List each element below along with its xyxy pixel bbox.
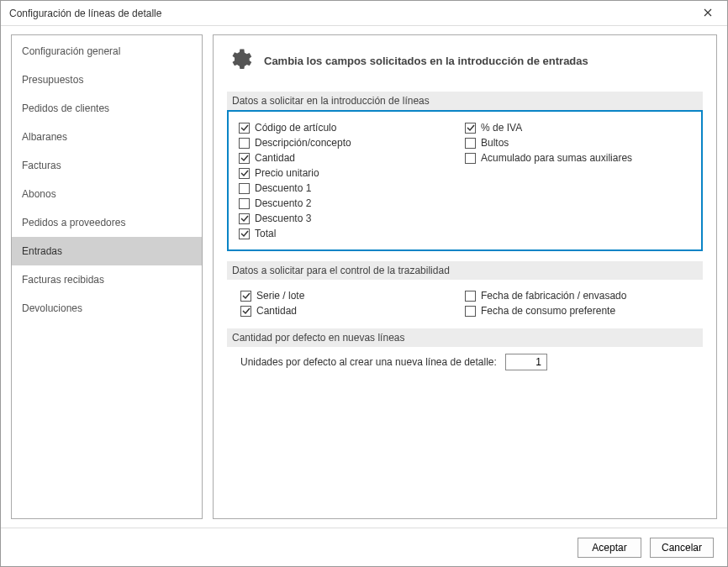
checkbox-label: Descripción/concepto (255, 137, 351, 149)
section1-right-col: % de IVA Bultos Acumulado para sumas aux… (465, 120, 691, 241)
sidebar-item-label: Facturas (22, 160, 61, 171)
checkbox-label: Fecha de fabricación / envasado (481, 290, 626, 302)
sidebar-item-facturas-recibidas[interactable]: Facturas recibidas (12, 265, 202, 294)
sidebar-item-label: Facturas recibidas (22, 274, 104, 286)
section2-left-col: Serie / lote Cantidad (240, 288, 465, 318)
sidebar-item-config-general[interactable]: Configuración general (12, 37, 202, 66)
sidebar-item-presupuestos[interactable]: Presupuestos (12, 66, 202, 94)
checkbox-descuento-2[interactable] (239, 198, 250, 209)
window-title: Configuración de líneas de detalle (9, 8, 695, 19)
checkbox-label: Fecha de consumo preferente (481, 305, 615, 317)
sidebar-item-label: Devoluciones (22, 302, 82, 314)
section2-right-col: Fecha de fabricación / envasado Fecha de… (465, 288, 689, 318)
section-trazabilidad-group: Serie / lote Cantidad Fecha de fabricaci… (227, 280, 703, 322)
default-qty-row: Unidades por defecto al crear una nueva … (227, 347, 703, 374)
checkbox-label: Descuento 3 (255, 213, 311, 224)
dialog-body: Configuración general Presupuestos Pedid… (1, 26, 727, 528)
checkbox-descuento-3[interactable] (239, 213, 250, 224)
checkbox-acumulado[interactable] (465, 153, 476, 164)
dialog-window: Configuración de líneas de detalle Confi… (0, 0, 728, 567)
section-title-cantidad-defecto: Cantidad por defecto en nuevas líneas (227, 328, 703, 347)
checkbox-fecha-fabricacion[interactable] (465, 291, 476, 302)
sidebar-item-label: Albaranes (22, 131, 67, 143)
checkbox-iva[interactable] (465, 123, 476, 134)
checkbox-label: Serie / lote (256, 290, 304, 302)
cancel-button[interactable]: Cancelar (650, 538, 714, 558)
sidebar-item-abonos[interactable]: Abonos (12, 180, 202, 208)
sidebar-item-label: Pedidos a proveedores (22, 217, 125, 228)
dialog-footer: Aceptar Cancelar (1, 528, 727, 566)
checkbox-serie-lote[interactable] (240, 291, 251, 302)
sidebar-item-entradas[interactable]: Entradas (12, 237, 202, 265)
sidebar-item-pedidos-clientes[interactable]: Pedidos de clientes (12, 94, 202, 123)
checkbox-label: Cantidad (255, 152, 295, 164)
sidebar-item-pedidos-proveedores[interactable]: Pedidos a proveedores (12, 208, 202, 237)
checkbox-cantidad[interactable] (239, 153, 250, 164)
checkbox-codigo-articulo[interactable] (239, 123, 250, 134)
sidebar-item-facturas[interactable]: Facturas (12, 151, 202, 180)
sidebar-item-label: Pedidos de clientes (22, 102, 109, 114)
checkbox-precio-unitario[interactable] (239, 168, 250, 179)
checkbox-label: Total (255, 228, 276, 239)
checkbox-label: Descuento 1 (255, 182, 311, 194)
gear-icon (227, 47, 252, 75)
titlebar: Configuración de líneas de detalle (1, 1, 727, 26)
accept-button[interactable]: Aceptar (578, 538, 641, 558)
section1-left-col: Código de artículo Descripción/concepto … (239, 120, 465, 241)
checkbox-total[interactable] (239, 228, 250, 239)
section-introduccion-group: Código de artículo Descripción/concepto … (227, 110, 703, 251)
checkbox-descuento-1[interactable] (239, 183, 250, 194)
sidebar: Configuración general Presupuestos Pedid… (11, 34, 203, 519)
checkbox-label: Acumulado para sumas auxiliares (481, 152, 632, 164)
checkbox-fecha-consumo[interactable] (465, 306, 476, 317)
sidebar-item-albaranes[interactable]: Albaranes (12, 123, 202, 151)
panel-header: Cambia los campos solicitados en la intr… (227, 47, 703, 75)
checkbox-label: Código de artículo (255, 122, 336, 134)
section-title-trazabilidad: Datos a solicitar para el control de la … (227, 261, 703, 280)
checkbox-label: Descuento 2 (255, 197, 311, 209)
sidebar-item-label: Abonos (22, 188, 56, 200)
checkbox-trazabilidad-cantidad[interactable] (240, 306, 251, 317)
checkbox-bultos[interactable] (465, 138, 476, 149)
close-button[interactable] (695, 5, 720, 22)
panel-heading: Cambia los campos solicitados en la intr… (264, 55, 588, 67)
checkbox-label: Cantidad (256, 305, 297, 317)
default-qty-input[interactable] (505, 354, 547, 370)
checkbox-label: Precio unitario (255, 167, 319, 179)
sidebar-item-label: Presupuestos (22, 74, 83, 86)
checkbox-label: % de IVA (481, 122, 522, 134)
checkbox-descripcion[interactable] (239, 138, 250, 149)
default-qty-label: Unidades por defecto al crear una nueva … (240, 356, 497, 368)
close-icon (704, 8, 712, 19)
sidebar-item-devoluciones[interactable]: Devoluciones (12, 294, 202, 323)
sidebar-item-label: Entradas (22, 245, 62, 257)
section-title-introduccion: Datos a solicitar en la introducción de … (227, 92, 703, 110)
main-panel: Cambia los campos solicitados en la intr… (213, 34, 717, 519)
sidebar-item-label: Configuración general (22, 45, 120, 57)
checkbox-label: Bultos (481, 137, 509, 149)
